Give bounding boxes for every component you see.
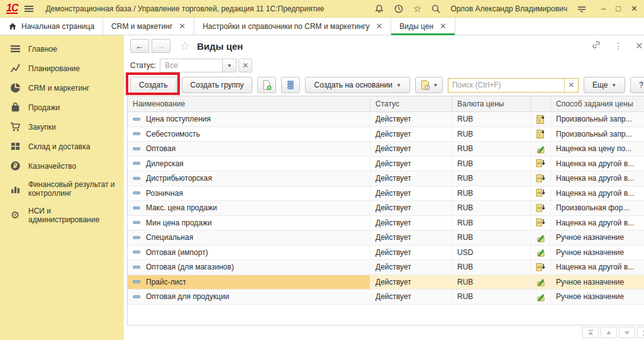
cell-name: Оптовая: [128, 142, 370, 156]
tab-close-icon[interactable]: ✕: [440, 21, 447, 31]
more-button[interactable]: Еще▼: [584, 77, 625, 93]
help-button[interactable]: ?: [630, 77, 644, 93]
cell-method: Произвольный запр...: [551, 112, 644, 127]
scroll-to-top-button[interactable]: [582, 327, 599, 338]
column-header-2[interactable]: Статус: [370, 96, 452, 111]
tab-close-icon[interactable]: ✕: [179, 21, 186, 31]
sidebar-item-закупки[interactable]: Закупки: [0, 117, 124, 137]
get-link-icon[interactable]: [591, 40, 601, 52]
service-menu-icon[interactable]: [577, 4, 587, 14]
history-icon[interactable]: [394, 4, 404, 14]
cell-name: Макс. цена продажи: [128, 201, 370, 215]
table-row[interactable]: Мин цена продажиДействуетRUBНаценка на д…: [128, 216, 644, 231]
table-row[interactable]: ДистрибьюторскаяДействуетRUBНаценка на д…: [128, 171, 644, 186]
list-view-button[interactable]: [281, 77, 300, 93]
table-row[interactable]: ДилерскаяДействуетRUBНаценка на другой в…: [128, 157, 644, 172]
status-filter-value[interactable]: Все: [160, 59, 223, 72]
cell-method-icon: [531, 157, 551, 171]
create-button[interactable]: Создать: [130, 77, 177, 93]
table-row[interactable]: Прайс-листДействуетRUBРучное назначение: [128, 275, 644, 290]
table-row[interactable]: Оптовая для продукцииДействуетRUBРучное …: [128, 290, 644, 305]
cell-currency: RUB: [452, 290, 531, 304]
forward-button[interactable]: →: [152, 39, 170, 53]
cell-name: Дистрибьюторская: [128, 171, 370, 186]
status-filter-row: Статус: Все ▼ ✕: [124, 57, 644, 74]
cell-status: Действует: [370, 290, 452, 304]
table-row[interactable]: РозничнаяДействуетRUBНаценка на другой в…: [128, 186, 644, 201]
combo-clear-icon[interactable]: ✕: [238, 59, 252, 72]
table-row[interactable]: Оптовая (для магазинов)ДействуетRUBНацен…: [128, 260, 644, 275]
cell-name: Дилерская: [128, 157, 370, 171]
scroll-up-button[interactable]: [601, 327, 617, 338]
create-based-on-button[interactable]: Создать на основании▼: [305, 77, 409, 93]
dropdown-arrow-icon: ▼: [396, 82, 401, 88]
sidebar-item-главное[interactable]: Главное: [0, 39, 124, 59]
tab-1[interactable]: Начальная страница: [0, 18, 103, 35]
tab-3[interactable]: Настройки и справочники по CRM и маркети…: [194, 18, 391, 35]
column-header-1[interactable]: Наименование: [128, 96, 370, 111]
table-row[interactable]: Оптовая (импорт)ДействуетUSDРучное назна…: [128, 246, 644, 261]
back-button[interactable]: ←: [130, 39, 149, 53]
table-row[interactable]: СебестоимостьДействуетRUBПроизвольный за…: [128, 127, 644, 142]
tab-4[interactable]: Виды цен✕: [391, 18, 455, 35]
cell-method-icon: [531, 230, 551, 245]
sidebar-item-label: Склад и доставка: [28, 142, 90, 151]
current-user-name[interactable]: Орлов Александр Владимирович: [450, 4, 567, 13]
price-markup-icon: [536, 263, 545, 272]
favorites-star-icon[interactable]: ☆: [413, 4, 421, 13]
cell-name: Специальная: [128, 230, 370, 245]
sidebar-item-планирование[interactable]: Планирование: [0, 59, 124, 78]
cell-name: Мин цена продажи: [128, 216, 370, 230]
minimize-button[interactable]: –: [601, 4, 606, 13]
notifications-bell-icon[interactable]: [374, 4, 384, 14]
cell-method: Наценка на цену по...: [551, 142, 644, 156]
item-dash-icon: [133, 116, 141, 122]
cell-name: Себестоимость: [128, 127, 370, 142]
more-menu-kebab-icon[interactable]: ⋮: [614, 41, 623, 51]
cell-method: Ручное назначение: [551, 290, 644, 304]
search-input[interactable]: [448, 81, 564, 89]
item-dash-icon: [133, 176, 141, 181]
maximize-button[interactable]: □: [616, 4, 621, 13]
list-toolbar: Создать Создать группу Создать на основа…: [124, 74, 644, 96]
main-menu-icon[interactable]: [24, 4, 34, 14]
item-dash-icon: [133, 235, 141, 241]
sidebar-item-crm-и-маркетинг[interactable]: CRM и маркетинг: [0, 78, 124, 98]
cell-currency: RUB: [452, 157, 531, 171]
copy-item-button[interactable]: [257, 77, 276, 93]
create-group-button[interactable]: Создать группу: [182, 77, 253, 93]
table-row[interactable]: Цена поступленияДействуетRUBПроизвольный…: [128, 112, 644, 127]
table-row[interactable]: ОптоваяДействуетRUBНаценка на цену по...: [128, 142, 644, 157]
tab-close-icon[interactable]: ✕: [375, 21, 382, 31]
column-header-5[interactable]: Способ задания цены: [551, 96, 644, 111]
column-header-4[interactable]: [531, 96, 551, 111]
close-pane-icon[interactable]: ✕: [635, 40, 643, 52]
table-row[interactable]: Макс. цена продажиДействуетRUBПроизвольн…: [128, 201, 644, 216]
search-field[interactable]: ✕: [448, 78, 579, 93]
price-type-name: Оптовая: [146, 144, 175, 153]
price-manual-icon: [536, 233, 545, 242]
column-header-3[interactable]: Валюта цены: [452, 96, 531, 111]
table-row[interactable]: СпециальнаяДействуетRUBРучное назначение: [128, 230, 644, 246]
planning-icon: [9, 63, 21, 74]
price-type-name: Розничная: [146, 189, 183, 198]
cell-method: Наценка на другой в...: [551, 157, 644, 171]
search-clear-icon[interactable]: ✕: [564, 79, 578, 92]
sidebar-item-продажи[interactable]: Продажи: [0, 98, 124, 117]
tab-2[interactable]: CRM и маркетинг✕: [103, 18, 194, 35]
add-to-favorites-star-icon[interactable]: ☆: [180, 40, 190, 52]
sidebar-item-финансовый-результат-и-контроллинг[interactable]: Финансовый результат и контроллинг: [0, 176, 124, 202]
sidebar-item-склад-и-доставка[interactable]: Склад и доставка: [0, 137, 124, 156]
sidebar-item-нси-и-администрирование[interactable]: ⚙НСИ и администрирование: [0, 202, 124, 229]
cell-name: Оптовая для продукции: [128, 290, 370, 304]
cell-method: Наценка на другой в...: [551, 171, 644, 186]
scroll-down-button[interactable]: [619, 327, 635, 338]
combo-dropdown-icon[interactable]: ▼: [223, 59, 236, 72]
close-window-button[interactable]: ✕: [631, 4, 638, 13]
global-search-icon[interactable]: [431, 4, 441, 14]
item-dash-icon: [133, 205, 141, 211]
scroll-to-bottom-button[interactable]: [637, 327, 644, 338]
sidebar-item-казначейство[interactable]: ₽Казначейство: [0, 156, 124, 176]
report-button[interactable]: ▼: [415, 77, 443, 93]
status-filter-combo[interactable]: Все ▼ ✕: [160, 59, 252, 72]
